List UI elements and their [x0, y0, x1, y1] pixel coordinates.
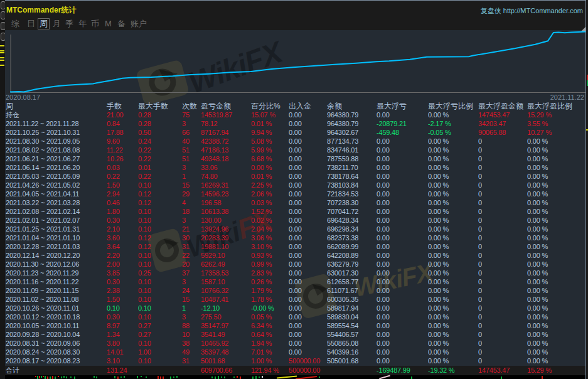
cell: 0.00 %	[527, 242, 585, 251]
cell: 出入金	[289, 102, 327, 110]
mini-candle-tick	[52, 376, 53, 379]
cell: 0.00 %	[428, 330, 478, 339]
table-row[interactable]: 2021.11.22 ~ 2021.11.280.840.28378.120.0…	[5, 119, 585, 128]
table-row[interactable]: 2021.04.05 ~ 2021.04.112.940.122914596.2…	[5, 190, 585, 198]
table-row[interactable]: 2021.10.25 ~ 2021.10.3117.880.506687167.…	[5, 128, 585, 137]
cell: 2020.10.26 ~ 2020.11.01	[6, 304, 107, 312]
weekly-stats-table: 周手数最大手数次数盈亏金额百分比%出入金余额最大浮亏最大浮亏比例最大浮盈金额最大…	[5, 102, 585, 365]
table-row[interactable]: 2021.01.04 ~ 2021.01.103.600.123020283.3…	[5, 233, 585, 242]
cell: 0.00	[289, 233, 327, 242]
mini-candle-tick	[176, 376, 178, 378]
cell: 8.97	[107, 321, 138, 330]
table-row[interactable]: 2020.11.30 ~ 2020.12.062.000.10206262.49…	[5, 260, 585, 269]
cell: 35397.48	[201, 348, 251, 356]
cell: 0.00	[289, 172, 327, 181]
mini-candle-tick	[163, 376, 164, 379]
table-row[interactable]: 2021.06.14 ~ 2021.06.200.030.01333.060.0…	[5, 163, 585, 172]
cell: 0.10	[138, 260, 182, 269]
cell: 2021.05.03 ~ 2021.05.09	[6, 172, 107, 181]
cell: 0.00 %	[428, 190, 478, 198]
menu-item-币[interactable]: 币	[91, 19, 99, 29]
table-row[interactable]: 2020.09.28 ~ 2020.10.041.340.27103541.49…	[5, 330, 585, 339]
table-row[interactable]: 2021.01.25 ~ 2021.01.312.100.102113924.9…	[5, 225, 585, 233]
menu-item-综[interactable]: 综	[11, 19, 19, 29]
menu-item-季[interactable]: 季	[65, 19, 73, 29]
cell: 0.00	[289, 330, 327, 339]
title-bar[interactable]: MTCommander统计 复盘侠 http://MTCommander.com	[5, 1, 585, 18]
table-row[interactable]: 2021.04.26 ~ 2021.05.021.500.101516269.3…	[5, 181, 585, 190]
cell: 0.00 %	[527, 304, 585, 312]
table-row[interactable]: 持仓21.000.2875145319.8715.07 %0.00964380.…	[5, 110, 585, 119]
cell: 24	[182, 286, 201, 295]
website-link[interactable]: 复盘侠 http://MTCommander.com	[481, 6, 583, 16]
mtcommander-stats-window: MTCommander统计 复盘侠 http://MTCommander.com…	[0, 0, 588, 379]
table-row[interactable]: 2020.12.28 ~ 2021.01.033.640.123119881.1…	[5, 242, 585, 251]
table-row[interactable]: 2020.10.12 ~ 2020.10.180.300.103275.500.…	[5, 312, 585, 321]
chart-end-date-label: 2021.11.22	[550, 93, 584, 101]
cell: 0.00	[289, 128, 327, 137]
table-row[interactable]: 2020.08.31 ~ 2020.09.063.800.103810465.9…	[5, 339, 585, 348]
table-row[interactable]: 2021.08.02 ~ 2021.08.0811.220.225147186.…	[5, 146, 585, 154]
cell: 696298.34	[327, 225, 377, 233]
cell: 707238.30	[327, 198, 377, 207]
menu-item-备[interactable]: 备	[117, 19, 126, 29]
table-row[interactable]: 2020.08.17 ~ 2020.08.233.100.10315001.68…	[5, 356, 585, 365]
cell: 21	[182, 225, 201, 233]
cell: 2020.08.31 ~ 2020.09.06	[6, 339, 107, 348]
cell: 0	[478, 286, 527, 295]
cell: 6262.49	[201, 260, 251, 269]
mini-candle-tick	[45, 376, 46, 379]
table-row[interactable]: 2021.02.08 ~ 2021.02.141.800.101810613.3…	[5, 207, 585, 216]
menu-item-M[interactable]: M	[105, 19, 112, 29]
cell: 66	[182, 128, 201, 137]
table-row[interactable]: 2021.02.01 ~ 2021.02.070.300.103130.000.…	[5, 216, 585, 225]
cell: 0.00	[289, 146, 327, 154]
cell: 275.50	[201, 312, 251, 321]
mini-candle-tick	[94, 376, 95, 378]
cell: 0.00	[377, 163, 428, 172]
table-row[interactable]: 2021.03.22 ~ 2021.03.280.460.124196.580.…	[5, 198, 585, 207]
cell: 0	[478, 198, 527, 207]
mini-candle-tick	[218, 376, 219, 379]
cell: 0	[478, 260, 527, 269]
cell: 0	[478, 207, 527, 216]
table-row[interactable]: 2021.06.21 ~ 2021.06.2710.260.225149348.…	[5, 154, 585, 163]
menu-item-账户[interactable]: 账户	[131, 19, 147, 29]
cell: 554406.57	[327, 330, 377, 339]
table-row[interactable]: 2020.11.23 ~ 2020.11.293.850.253717358.5…	[5, 269, 585, 277]
mini-candle-tick	[146, 376, 147, 378]
mini-candle-tick	[262, 376, 263, 378]
table-row[interactable]: 2020.11.16 ~ 2020.11.220.300.1031587.100…	[5, 277, 585, 286]
cell: 0.00	[377, 181, 428, 190]
mini-candle-tick	[41, 376, 42, 378]
cell: 0.00	[289, 321, 327, 330]
cell: 964380.79	[327, 119, 377, 128]
cell: 0.93 %	[251, 251, 289, 260]
cell: 0.00 %	[428, 356, 478, 365]
table-row[interactable]: 2021.05.03 ~ 2021.05.090.220.22174.800.0…	[5, 172, 585, 181]
table-row[interactable]: 2020.12.14 ~ 2020.12.202.200.10225929.10…	[5, 251, 585, 260]
mini-candle-tick	[215, 376, 216, 379]
table-row[interactable]: 2021.08.30 ~ 2021.09.059.600.244042388.7…	[5, 137, 585, 146]
table-row[interactable]: 2020.10.05 ~ 2020.10.118.970.278835147.9…	[5, 321, 585, 330]
cell: 0.00	[289, 251, 327, 260]
menu-item-周[interactable]: 周	[38, 18, 50, 29]
edge-yellow-marker	[0, 52, 4, 58]
cell: 0.00	[289, 295, 327, 304]
cell: 121.94 %	[251, 366, 289, 375]
cell: 0.00	[377, 198, 428, 207]
totals-row-cells[interactable]: 合计131.24609700.66121.94 %500000.00-16948…	[5, 366, 585, 375]
cell: 0.22	[138, 172, 182, 181]
cell: 0.05 %	[251, 312, 289, 321]
table-row[interactable]: 2020.11.02 ~ 2020.11.081.500.101510487.4…	[5, 295, 585, 304]
menu-item-月[interactable]: 月	[53, 19, 61, 29]
table-row[interactable]: 2020.08.24 ~ 2020.08.3014.011.004935397.…	[5, 348, 585, 356]
table-header-row[interactable]: 周手数最大手数次数盈亏金额百分比%出入金余额最大浮亏最大浮亏比例最大浮盈金额最大…	[5, 102, 585, 110]
table-row[interactable]: 2020.11.09 ~ 2020.11.152.380.102410766.3…	[5, 286, 585, 295]
menu-item-日[interactable]: 日	[27, 19, 35, 29]
cell: 0.30	[107, 216, 138, 225]
equity-chart[interactable]: 2020.08.17 2021.11.22	[5, 30, 585, 102]
menu-item-年[interactable]: 年	[78, 19, 87, 29]
table-row[interactable]: 2020.10.26 ~ 2020.11.010.100.101-12.10-0…	[5, 304, 585, 312]
cell: 6.68 %	[251, 154, 289, 163]
